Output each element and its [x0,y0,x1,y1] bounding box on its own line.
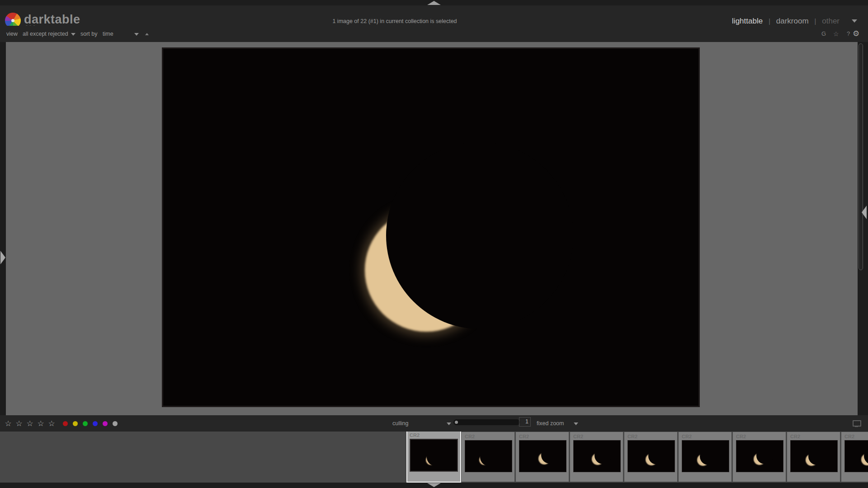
file-format-badge: CR2 [627,434,677,439]
filmstrip: CR2 CR2 CR2 CR2 CR2 CR2 CR2 CR2 [0,432,868,483]
tab-darkroom[interactable]: darkroom [776,17,809,26]
lighttable-mode-dropdown[interactable]: culling [392,415,408,432]
file-format-badge: CR2 [844,434,868,439]
left-panel-strip [0,42,6,415]
moon-photo [386,142,573,329]
thumbnail-image [682,440,729,472]
display-profile-icon[interactable] [853,420,861,427]
filmstrip-thumbnail[interactable]: CR2 [679,432,731,482]
right-panel-strip [858,42,868,415]
sort-by-label: sort by [80,26,98,42]
filter-dropdown[interactable]: all except rejected [23,26,68,42]
zoom-slider[interactable] [453,419,520,425]
star-rating: ☆ ☆ ☆ ☆ ☆ [4,415,56,432]
collapse-top-panel-icon[interactable] [427,1,441,5]
mode-caret-icon[interactable] [447,422,451,425]
color-label-purple[interactable] [103,421,108,426]
filmstrip-thumbnail[interactable]: CR2 [516,432,569,482]
color-label-gray[interactable] [113,421,118,426]
thumbnail-image [410,439,458,472]
thumbnail-image [627,440,675,472]
zoom-mode-caret-icon[interactable] [574,422,578,425]
zoom-mode-dropdown[interactable]: fixed zoom [537,415,564,432]
filmstrip-thumbnail[interactable]: CR2 [462,432,514,482]
zoom-value: 1 [519,418,530,426]
file-format-badge: CR2 [682,434,731,439]
zoom-value-field[interactable]: 1 [519,417,531,427]
file-format-badge: CR2 [410,432,460,438]
tab-lighttable[interactable]: lighttable [732,17,763,26]
star-icon[interactable]: ☆ [36,419,45,428]
views-dropdown-caret-icon[interactable] [852,19,857,23]
filter-caret-icon[interactable] [71,33,75,36]
bottom-panel-strip [0,483,868,488]
color-label-red[interactable] [63,421,68,426]
thumbnail-image [465,440,512,472]
overlays-star-icon[interactable]: ☆ [833,26,839,42]
darktable-window: darktable 3.0.2 1 image of 22 (#1) in cu… [0,0,868,488]
filter-toolbar: view all except rejected sort by time G … [0,26,868,42]
color-labels [63,415,118,432]
header-bar: darktable 3.0.2 1 image of 22 (#1) in cu… [0,5,868,26]
help-icon[interactable]: ? [847,26,850,42]
thumbnail-image [736,440,783,472]
color-label-yellow[interactable] [73,421,78,426]
color-label-green[interactable] [83,421,88,426]
file-format-badge: CR2 [465,434,514,439]
file-format-badge: CR2 [790,434,840,439]
top-panel-strip [0,0,868,5]
star-icon[interactable]: ☆ [4,419,13,428]
star-icon[interactable]: ☆ [25,419,34,428]
view-separator: | [815,18,816,25]
file-format-badge: CR2 [573,434,623,439]
sort-caret-icon[interactable] [134,33,139,36]
expand-right-panel-icon[interactable] [862,206,867,219]
thumbnail-image [790,440,838,472]
vertical-scrollbar[interactable] [859,43,863,270]
sort-dropdown[interactable]: time [103,26,113,42]
filmstrip-thumbnail[interactable]: CR2 [733,432,786,482]
filmstrip-thumbnail-selected[interactable]: CR2 [406,432,461,483]
color-label-blue[interactable] [93,421,98,426]
thumbnail-image [844,440,868,472]
file-format-badge: CR2 [519,434,569,439]
view-label: view [6,26,18,42]
filmstrip-thumbnail[interactable]: CR2 [570,432,623,482]
filmstrip-thumbnail[interactable]: CR2 [624,432,677,482]
star-icon[interactable]: ☆ [47,419,56,428]
filmstrip-thumbnail[interactable]: CR2 [841,432,868,482]
status-text: 1 image of 22 (#1) in current collection… [332,18,457,24]
preview-image[interactable] [162,47,700,407]
grouping-icon[interactable]: G [821,26,826,42]
collapse-bottom-panel-icon[interactable] [427,483,441,487]
tab-other[interactable]: other [822,17,840,26]
star-icon[interactable]: ☆ [14,419,24,428]
file-format-badge: CR2 [736,434,786,439]
gear-icon[interactable]: ⚙ [853,26,859,42]
sort-direction-icon[interactable] [145,33,149,35]
zoom-slider-handle[interactable] [455,421,458,424]
view-separator: | [769,18,770,25]
bottom-toolbar: ☆ ☆ ☆ ☆ ☆ culling fixed zoom [0,415,868,432]
filmstrip-thumbnail[interactable]: CR2 [787,432,840,482]
expand-left-panel-icon[interactable] [0,251,5,264]
thumbnail-image [519,440,566,472]
thumbnail-image [573,440,621,472]
